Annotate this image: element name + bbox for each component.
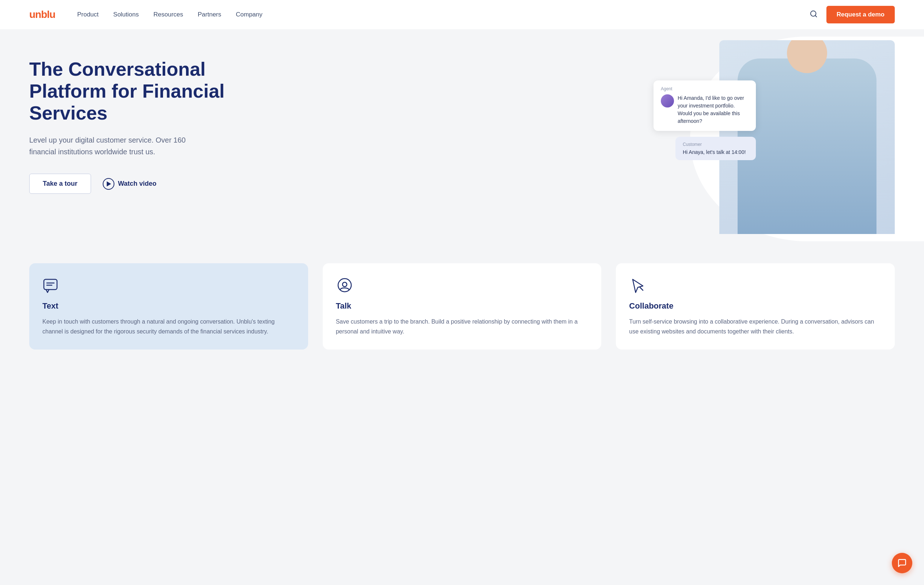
nav-links: Product Solutions Resources Partners Com… [77,11,809,18]
agent-avatar [661,94,674,107]
hero-left: The Conversational Platform for Financia… [29,51,234,234]
customer-label: Customer [683,142,749,147]
chat-fab-button[interactable] [892,553,912,573]
svg-point-6 [343,282,347,287]
nav-item-product[interactable]: Product [77,11,99,18]
hero-title: The Conversational Platform for Financia… [29,58,234,124]
search-icon [810,10,818,18]
feature-title-text: Text [42,301,295,311]
feature-title-talk: Talk [336,301,589,311]
agent-chat-bubble: Agent Hi Amanda, I'd like to go over you… [653,81,756,131]
take-a-tour-button[interactable]: Take a tour [29,174,91,194]
play-circle-icon [103,178,114,190]
navigation: unblu Product Solutions Resources Partne… [0,0,924,29]
search-button[interactable] [810,10,818,20]
nav-right: Request a demo [810,6,895,23]
agent-message-row: Hi Amanda, I'd like to go over your inve… [661,94,749,125]
hero-section: The Conversational Platform for Financia… [0,29,924,249]
hero-image-area: Agent Hi Amanda, I'd like to go over you… [675,51,895,234]
agent-message-text: Hi Amanda, I'd like to go over your inve… [678,94,749,125]
hero-buttons: Take a tour Watch video [29,174,234,194]
nav-item-partners[interactable]: Partners [198,11,221,18]
feature-desc-text: Keep in touch with customers through a n… [42,317,295,336]
chat-overlay: Agent Hi Amanda, I'd like to go over you… [653,81,756,160]
logo[interactable]: unblu [29,9,55,20]
svg-line-1 [815,15,817,17]
play-triangle-icon [107,181,111,187]
nav-item-company[interactable]: Company [236,11,262,18]
chat-voice-icon [336,276,353,294]
svg-rect-2 [44,279,57,289]
agent-label: Agent [661,86,749,91]
feature-title-collaborate: Collaborate [629,301,882,311]
chat-fab-icon [897,558,907,568]
feature-desc-talk: Save customers a trip to the branch. Bui… [336,317,589,336]
feature-card-text: Text Keep in touch with customers throug… [29,263,308,350]
chat-text-icon [42,276,60,294]
customer-chat-bubble: Customer Hi Anaya, let's talk at 14:00! [675,137,756,160]
person-head [787,40,827,73]
watch-video-button[interactable]: Watch video [103,178,157,190]
person-body [738,58,876,234]
feature-card-talk: Talk Save customers a trip to the branch… [323,263,602,350]
customer-message-text: Hi Anaya, let's talk at 14:00! [683,149,749,155]
nav-item-resources[interactable]: Resources [153,11,183,18]
hero-right: Agent Hi Amanda, I'd like to go over you… [234,51,895,234]
cursor-icon [629,276,647,294]
hero-subtitle: Level up your digital customer service. … [29,134,190,158]
request-demo-button[interactable]: Request a demo [827,6,895,23]
feature-desc-collaborate: Turn self-service browsing into a collab… [629,317,882,336]
feature-card-collaborate: Collaborate Turn self-service browsing i… [616,263,895,350]
nav-item-solutions[interactable]: Solutions [113,11,139,18]
features-section: Text Keep in touch with customers throug… [0,249,924,372]
